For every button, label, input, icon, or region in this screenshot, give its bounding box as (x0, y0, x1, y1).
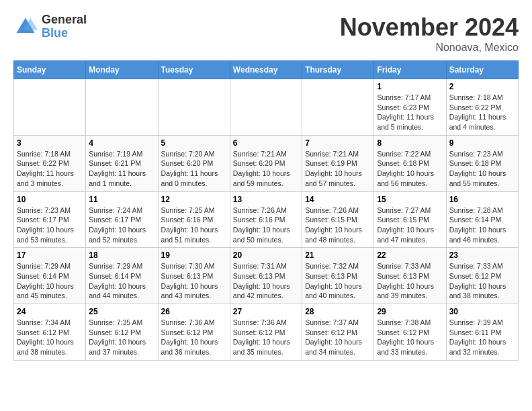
calendar-table: SundayMondayTuesdayWednesdayThursdayFrid… (13, 60, 519, 361)
calendar-cell (158, 79, 230, 136)
page-header: General Blue November 2024 Nonoava, Mexi… (13, 13, 519, 54)
day-info: Sunrise: 7:34 AM Sunset: 6:12 PM Dayligh… (17, 318, 83, 357)
title-block: November 2024 Nonoava, Mexico (340, 13, 519, 54)
logo-text: General Blue (42, 13, 87, 40)
calendar-cell: 10Sunrise: 7:23 AM Sunset: 6:17 PM Dayli… (14, 191, 86, 248)
day-info: Sunrise: 7:36 AM Sunset: 6:12 PM Dayligh… (161, 318, 227, 357)
calendar-day-header: Tuesday (158, 61, 230, 79)
day-info: Sunrise: 7:18 AM Sunset: 6:22 PM Dayligh… (17, 149, 83, 189)
logo-icon (13, 15, 38, 39)
logo-general: General (42, 13, 87, 27)
calendar-cell: 20Sunrise: 7:31 AM Sunset: 6:13 PM Dayli… (230, 248, 302, 304)
calendar-cell: 16Sunrise: 7:28 AM Sunset: 6:14 PM Dayli… (446, 191, 518, 248)
day-info: Sunrise: 7:26 AM Sunset: 6:16 PM Dayligh… (233, 205, 299, 245)
day-number: 22 (377, 250, 443, 260)
day-info: Sunrise: 7:37 AM Sunset: 6:12 PM Dayligh… (305, 318, 371, 357)
calendar-day-header: Monday (86, 61, 158, 79)
calendar-cell: 30Sunrise: 7:39 AM Sunset: 6:11 PM Dayli… (446, 304, 518, 361)
day-info: Sunrise: 7:23 AM Sunset: 6:17 PM Dayligh… (17, 205, 83, 245)
day-number: 7 (305, 138, 371, 148)
day-info: Sunrise: 7:26 AM Sunset: 6:15 PM Dayligh… (305, 205, 371, 245)
calendar-cell: 2Sunrise: 7:18 AM Sunset: 6:22 PM Daylig… (446, 79, 518, 136)
day-number: 1 (377, 82, 443, 91)
day-info: Sunrise: 7:35 AM Sunset: 6:12 PM Dayligh… (89, 318, 154, 357)
calendar-week-row: 17Sunrise: 7:29 AM Sunset: 6:14 PM Dayli… (14, 248, 519, 304)
calendar-cell: 6Sunrise: 7:21 AM Sunset: 6:20 PM Daylig… (230, 135, 302, 191)
calendar-cell: 28Sunrise: 7:37 AM Sunset: 6:12 PM Dayli… (302, 304, 374, 361)
calendar-cell: 21Sunrise: 7:32 AM Sunset: 6:13 PM Dayli… (302, 248, 374, 304)
calendar-cell: 18Sunrise: 7:29 AM Sunset: 6:14 PM Dayli… (86, 248, 158, 304)
day-info: Sunrise: 7:21 AM Sunset: 6:20 PM Dayligh… (233, 149, 299, 189)
calendar-cell: 15Sunrise: 7:27 AM Sunset: 6:15 PM Dayli… (374, 191, 446, 248)
calendar-cell: 23Sunrise: 7:33 AM Sunset: 6:12 PM Dayli… (446, 248, 518, 304)
day-info: Sunrise: 7:24 AM Sunset: 6:17 PM Dayligh… (89, 205, 154, 245)
day-number: 15 (377, 195, 443, 204)
calendar-cell: 8Sunrise: 7:22 AM Sunset: 6:18 PM Daylig… (374, 135, 446, 191)
logo: General Blue (13, 13, 87, 40)
day-number: 30 (449, 307, 515, 316)
calendar-week-row: 1Sunrise: 7:17 AM Sunset: 6:23 PM Daylig… (14, 79, 519, 136)
day-number: 5 (161, 138, 227, 148)
calendar-day-header: Wednesday (230, 61, 302, 79)
day-info: Sunrise: 7:33 AM Sunset: 6:12 PM Dayligh… (449, 261, 515, 301)
day-info: Sunrise: 7:17 AM Sunset: 6:23 PM Dayligh… (377, 93, 443, 132)
day-number: 8 (377, 138, 443, 148)
day-info: Sunrise: 7:29 AM Sunset: 6:14 PM Dayligh… (89, 261, 154, 301)
calendar-cell (14, 79, 86, 136)
day-number: 4 (89, 138, 154, 148)
calendar-cell: 9Sunrise: 7:23 AM Sunset: 6:18 PM Daylig… (446, 135, 518, 191)
calendar-week-row: 3Sunrise: 7:18 AM Sunset: 6:22 PM Daylig… (14, 135, 519, 191)
calendar-cell (86, 79, 158, 136)
calendar-day-header: Thursday (302, 61, 374, 79)
day-info: Sunrise: 7:29 AM Sunset: 6:14 PM Dayligh… (17, 261, 83, 301)
calendar-cell: 26Sunrise: 7:36 AM Sunset: 6:12 PM Dayli… (158, 304, 230, 361)
day-number: 2 (449, 82, 515, 91)
day-number: 28 (305, 307, 371, 316)
day-number: 25 (89, 307, 154, 316)
day-number: 29 (377, 307, 443, 316)
day-info: Sunrise: 7:22 AM Sunset: 6:18 PM Dayligh… (377, 149, 443, 189)
day-info: Sunrise: 7:18 AM Sunset: 6:22 PM Dayligh… (449, 93, 515, 132)
calendar-cell: 3Sunrise: 7:18 AM Sunset: 6:22 PM Daylig… (14, 135, 86, 191)
day-number: 3 (17, 138, 83, 148)
day-number: 12 (161, 195, 227, 204)
calendar-cell: 17Sunrise: 7:29 AM Sunset: 6:14 PM Dayli… (14, 248, 86, 304)
day-number: 19 (161, 250, 227, 260)
day-number: 9 (449, 138, 515, 148)
day-number: 24 (17, 307, 83, 316)
day-info: Sunrise: 7:31 AM Sunset: 6:13 PM Dayligh… (233, 261, 299, 301)
day-info: Sunrise: 7:36 AM Sunset: 6:12 PM Dayligh… (233, 318, 299, 357)
calendar-cell: 29Sunrise: 7:38 AM Sunset: 6:12 PM Dayli… (374, 304, 446, 361)
calendar-cell: 1Sunrise: 7:17 AM Sunset: 6:23 PM Daylig… (374, 79, 446, 136)
calendar-cell (302, 79, 374, 136)
calendar-day-header: Sunday (14, 61, 86, 79)
day-number: 26 (161, 307, 227, 316)
day-info: Sunrise: 7:28 AM Sunset: 6:14 PM Dayligh… (449, 205, 515, 245)
day-info: Sunrise: 7:21 AM Sunset: 6:19 PM Dayligh… (305, 149, 371, 189)
logo-blue: Blue (42, 27, 87, 40)
calendar-cell: 24Sunrise: 7:34 AM Sunset: 6:12 PM Dayli… (14, 304, 86, 361)
day-number: 17 (17, 250, 83, 260)
calendar-day-header: Saturday (446, 61, 518, 79)
month-title: November 2024 (340, 13, 519, 42)
day-number: 14 (305, 195, 371, 204)
calendar-cell: 19Sunrise: 7:30 AM Sunset: 6:13 PM Dayli… (158, 248, 230, 304)
calendar-cell (230, 79, 302, 136)
location: Nonoava, Mexico (340, 42, 519, 54)
day-number: 10 (17, 195, 83, 204)
day-number: 13 (233, 195, 299, 204)
day-info: Sunrise: 7:33 AM Sunset: 6:13 PM Dayligh… (377, 261, 443, 301)
day-info: Sunrise: 7:39 AM Sunset: 6:11 PM Dayligh… (449, 318, 515, 357)
calendar-cell: 22Sunrise: 7:33 AM Sunset: 6:13 PM Dayli… (374, 248, 446, 304)
day-number: 6 (233, 138, 299, 148)
day-info: Sunrise: 7:25 AM Sunset: 6:16 PM Dayligh… (161, 205, 227, 245)
calendar-cell: 14Sunrise: 7:26 AM Sunset: 6:15 PM Dayli… (302, 191, 374, 248)
day-number: 18 (89, 250, 154, 260)
calendar-cell: 7Sunrise: 7:21 AM Sunset: 6:19 PM Daylig… (302, 135, 374, 191)
day-info: Sunrise: 7:19 AM Sunset: 6:21 PM Dayligh… (89, 149, 154, 189)
calendar-day-header: Friday (374, 61, 446, 79)
day-info: Sunrise: 7:30 AM Sunset: 6:13 PM Dayligh… (161, 261, 227, 301)
day-number: 11 (89, 195, 154, 204)
day-info: Sunrise: 7:23 AM Sunset: 6:18 PM Dayligh… (449, 149, 515, 189)
calendar-body: 1Sunrise: 7:17 AM Sunset: 6:23 PM Daylig… (14, 79, 519, 361)
